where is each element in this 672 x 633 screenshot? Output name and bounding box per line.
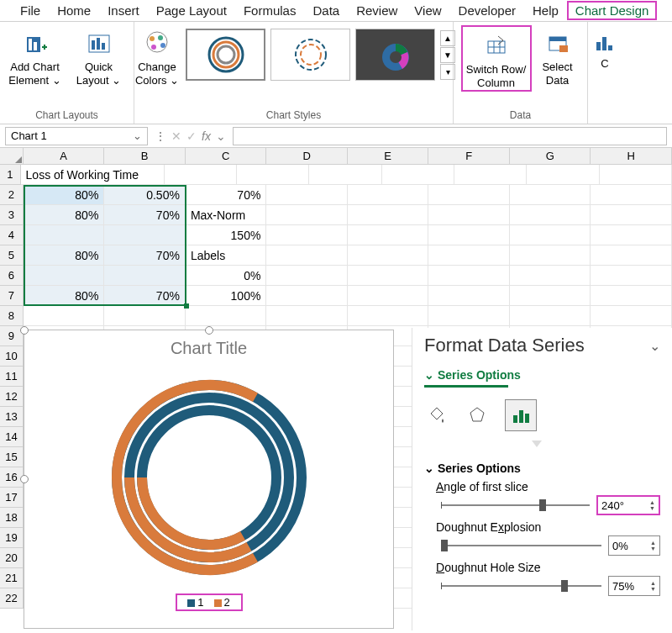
cell-F4[interactable] bbox=[428, 225, 510, 245]
spin-up-icon[interactable]: ▲ bbox=[650, 580, 656, 586]
row-head-15[interactable]: 15 bbox=[0, 447, 24, 467]
cell-B6[interactable] bbox=[104, 266, 186, 286]
row-head-13[interactable]: 13 bbox=[0, 407, 24, 427]
cell-H7[interactable] bbox=[591, 286, 672, 306]
cell-H1[interactable] bbox=[600, 165, 672, 185]
switch-row-column-button[interactable]: Switch Row/ Column bbox=[464, 28, 529, 89]
cell-H6[interactable] bbox=[591, 266, 672, 286]
section-series-options[interactable]: ⌄Series Options bbox=[424, 462, 660, 475]
enter-icon[interactable]: ✓ bbox=[186, 129, 197, 143]
cell-B3[interactable]: 70% bbox=[104, 205, 186, 225]
cell-C2[interactable]: 70% bbox=[186, 185, 267, 205]
col-head-H[interactable]: H bbox=[591, 148, 672, 165]
select-data-button[interactable]: Select Data bbox=[535, 25, 580, 87]
cell-C6[interactable]: 0% bbox=[186, 266, 267, 286]
cell-B5[interactable]: 70% bbox=[104, 245, 186, 266]
angle-slider[interactable] bbox=[441, 497, 590, 514]
cell-H2[interactable] bbox=[591, 185, 672, 205]
series-options-icon[interactable] bbox=[505, 399, 537, 431]
col-head-C[interactable]: C bbox=[186, 148, 267, 165]
spin-up-icon[interactable]: ▲ bbox=[650, 540, 656, 546]
cell-C7[interactable]: 100% bbox=[186, 286, 267, 306]
tab-review[interactable]: Review bbox=[348, 1, 406, 20]
add-chart-element-button[interactable]: Add Chart Element ⌄ bbox=[5, 25, 66, 87]
row-head-3[interactable]: 3 bbox=[0, 205, 24, 225]
cell-D8[interactable] bbox=[266, 306, 348, 326]
cell-F3[interactable] bbox=[428, 205, 510, 225]
cell-B1[interactable] bbox=[165, 165, 237, 185]
cell-H8[interactable] bbox=[591, 306, 672, 326]
select-all-corner[interactable] bbox=[0, 148, 24, 165]
tab-developer[interactable]: Developer bbox=[450, 1, 524, 20]
cancel-icon[interactable]: ✕ bbox=[171, 129, 181, 143]
cell-E2[interactable] bbox=[348, 185, 429, 205]
cell-E8[interactable] bbox=[348, 306, 429, 326]
tab-file[interactable]: File bbox=[12, 1, 49, 20]
chart-legend[interactable]: 1 2 bbox=[176, 593, 243, 611]
row-head-7[interactable]: 7 bbox=[0, 286, 24, 306]
cell-F5[interactable] bbox=[428, 245, 510, 266]
cell-E7[interactable] bbox=[348, 286, 429, 306]
row-head-14[interactable]: 14 bbox=[0, 427, 24, 447]
row-head-6[interactable]: 6 bbox=[0, 266, 24, 286]
tab-insert[interactable]: Insert bbox=[99, 1, 148, 20]
cell-G7[interactable] bbox=[510, 286, 591, 306]
cell-E5[interactable] bbox=[348, 245, 429, 266]
cell-F7[interactable] bbox=[428, 286, 510, 306]
cell-D1[interactable] bbox=[309, 165, 381, 185]
cell-G4[interactable] bbox=[510, 225, 591, 245]
cell-F6[interactable] bbox=[428, 266, 510, 286]
col-head-G[interactable]: G bbox=[510, 148, 591, 165]
cell-A4[interactable] bbox=[24, 225, 105, 245]
tab-page-layout[interactable]: Page Layout bbox=[148, 1, 235, 20]
spin-up-icon[interactable]: ▲ bbox=[649, 499, 655, 505]
cell-D7[interactable] bbox=[266, 286, 348, 306]
cell-C3[interactable]: Max-Norm bbox=[186, 205, 267, 225]
row-head-5[interactable]: 5 bbox=[0, 245, 24, 266]
tab-view[interactable]: View bbox=[406, 1, 449, 20]
chart-resize-handle[interactable] bbox=[20, 326, 29, 335]
change-chart-type-button[interactable]: C bbox=[591, 25, 619, 71]
chart-style-2[interactable] bbox=[270, 29, 350, 81]
cell-A2[interactable]: 80% bbox=[24, 185, 105, 205]
row-head-19[interactable]: 19 bbox=[0, 528, 24, 548]
cell-A6[interactable] bbox=[24, 266, 105, 286]
spin-down-icon[interactable]: ▼ bbox=[649, 505, 655, 511]
row-head-1[interactable]: 1 bbox=[0, 165, 21, 185]
cell-D4[interactable] bbox=[266, 225, 348, 245]
name-box[interactable]: Chart 1⌄ bbox=[5, 127, 148, 145]
pane-collapse-icon[interactable]: ⌄ bbox=[649, 338, 660, 354]
cell-G6[interactable] bbox=[510, 266, 591, 286]
namebox-dropdown-icon[interactable]: ⋮ bbox=[155, 129, 166, 143]
fx-dropdown-icon[interactable]: ⌄ bbox=[216, 129, 226, 143]
effects-icon[interactable] bbox=[465, 403, 490, 428]
cell-H4[interactable] bbox=[591, 225, 672, 245]
col-head-D[interactable]: D bbox=[266, 148, 348, 165]
cell-E6[interactable] bbox=[348, 266, 429, 286]
tab-home[interactable]: Home bbox=[49, 1, 99, 20]
doughnut-chart[interactable] bbox=[92, 368, 327, 587]
legend-item-1[interactable]: 1 bbox=[187, 596, 203, 609]
cell-G2[interactable] bbox=[510, 185, 591, 205]
tab-formulas[interactable]: Formulas bbox=[235, 1, 305, 20]
chart-title[interactable]: Chart Title bbox=[24, 339, 393, 358]
cell-C1[interactable] bbox=[237, 165, 309, 185]
row-head-4[interactable]: 4 bbox=[0, 225, 24, 245]
formula-input[interactable] bbox=[233, 127, 667, 145]
row-head-11[interactable]: 11 bbox=[0, 367, 24, 387]
col-head-B[interactable]: B bbox=[104, 148, 186, 165]
cell-B8[interactable] bbox=[104, 306, 186, 326]
cell-D2[interactable] bbox=[266, 185, 348, 205]
explosion-value-input[interactable]: 0% ▲▼ bbox=[608, 535, 660, 556]
cell-G8[interactable] bbox=[510, 306, 591, 326]
fill-line-icon[interactable] bbox=[424, 403, 449, 428]
chart-style-3[interactable] bbox=[355, 29, 435, 81]
chart-resize-handle[interactable] bbox=[20, 475, 29, 483]
row-head-8[interactable]: 8 bbox=[0, 306, 24, 326]
cell-B7[interactable]: 70% bbox=[104, 286, 186, 306]
cell-D5[interactable] bbox=[266, 245, 348, 266]
row-head-12[interactable]: 12 bbox=[0, 387, 24, 407]
cell-G3[interactable] bbox=[510, 205, 591, 225]
fx-icon[interactable]: fx bbox=[202, 129, 211, 143]
col-head-F[interactable]: F bbox=[428, 148, 510, 165]
